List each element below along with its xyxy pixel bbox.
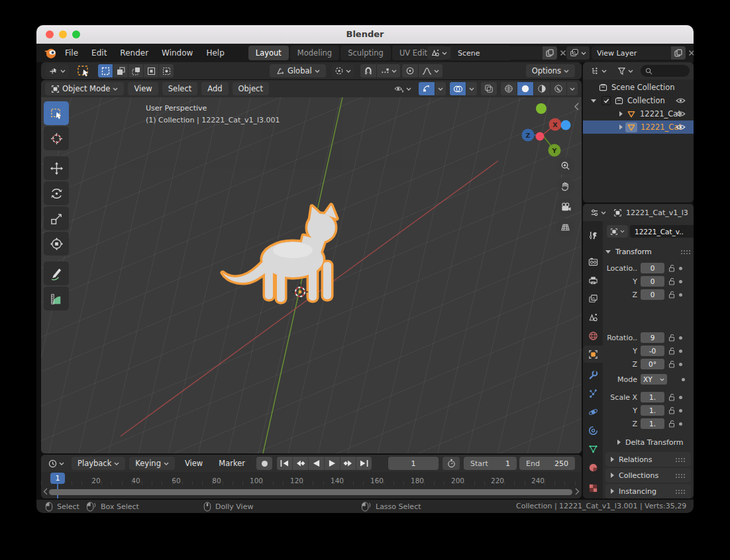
options-dropdown[interactable]: Options bbox=[526, 64, 575, 77]
active-tool-selector[interactable] bbox=[45, 64, 69, 77]
shading-rendered[interactable] bbox=[550, 82, 566, 95]
panel-drag-grip[interactable] bbox=[675, 473, 686, 478]
shading-material[interactable] bbox=[534, 82, 550, 95]
object-visibility-dropdown[interactable] bbox=[391, 82, 415, 95]
tab-physics[interactable] bbox=[583, 403, 603, 420]
tab-texture[interactable] bbox=[583, 479, 603, 496]
tab-layout[interactable]: Layout bbox=[248, 46, 289, 60]
rotation-z-field[interactable]: 0° bbox=[641, 359, 664, 369]
tab-constraints[interactable] bbox=[583, 422, 603, 439]
overlays-dropdown[interactable] bbox=[466, 82, 477, 95]
shading-solid[interactable] bbox=[517, 82, 533, 95]
disclosure-triangle-icon[interactable] bbox=[591, 99, 596, 103]
select-mode-subtract[interactable] bbox=[129, 64, 143, 77]
select-mode-intersect[interactable] bbox=[159, 64, 174, 77]
animate-dot[interactable] bbox=[679, 336, 682, 340]
previous-keyframe-button[interactable] bbox=[293, 457, 308, 470]
play-button[interactable] bbox=[325, 457, 340, 470]
outliner-row-cat-1[interactable]: 12221_Cat bbox=[583, 107, 694, 120]
rotation-mode-dropdown[interactable]: XY bbox=[641, 374, 667, 385]
transform-panel-header[interactable]: Transform bbox=[605, 245, 691, 258]
tab-render[interactable] bbox=[583, 253, 603, 270]
outliner-search-input[interactable] bbox=[641, 65, 690, 77]
tool-scale[interactable] bbox=[44, 207, 69, 230]
disclosure-triangle-icon[interactable] bbox=[619, 111, 623, 117]
gizmo-axis-y-neg[interactable] bbox=[536, 103, 547, 114]
animate-dot[interactable] bbox=[682, 378, 685, 381]
padlock-open-icon[interactable] bbox=[668, 334, 676, 342]
rotation-y-field[interactable]: -0 bbox=[641, 346, 664, 356]
padlock-open-icon[interactable] bbox=[668, 347, 676, 355]
animate-dot[interactable] bbox=[679, 280, 682, 283]
viewport-menu-view[interactable]: View bbox=[128, 82, 158, 95]
cat-model[interactable] bbox=[219, 201, 351, 310]
scale-y-field[interactable]: 1. bbox=[641, 405, 664, 416]
next-keyframe-button[interactable] bbox=[340, 457, 356, 470]
remove-view-layer-button close-icon[interactable] bbox=[688, 49, 694, 57]
shading-dropdown[interactable] bbox=[567, 82, 578, 95]
padlock-open-icon[interactable] bbox=[668, 291, 676, 299]
transform-orientation-dropdown[interactable]: Global bbox=[270, 64, 326, 77]
panel-drag-grip[interactable] bbox=[675, 489, 686, 494]
pivot-point-dropdown[interactable] bbox=[331, 64, 354, 77]
view-layer-name-field[interactable]: View Layer bbox=[592, 46, 686, 60]
scroll-left-chevron[interactable] bbox=[43, 488, 48, 495]
snap-settings-dropdown[interactable] bbox=[377, 64, 400, 77]
animate-dot[interactable] bbox=[679, 293, 682, 297]
location-z-field[interactable]: 0 bbox=[641, 289, 664, 300]
tab-output[interactable] bbox=[583, 271, 603, 289]
orthographic-toggle-button[interactable] bbox=[556, 218, 574, 236]
eye-icon[interactable] bbox=[676, 124, 686, 130]
tool-select-box[interactable] bbox=[44, 101, 69, 125]
select-mode-extend[interactable] bbox=[113, 64, 128, 77]
animate-dot[interactable] bbox=[679, 267, 682, 270]
timeline-menu-view[interactable]: View bbox=[179, 457, 209, 470]
menu-window[interactable]: Window bbox=[155, 48, 199, 58]
select-mode-invert[interactable] bbox=[144, 64, 158, 77]
blender-logo-icon[interactable] bbox=[42, 45, 58, 61]
zoom-button[interactable] bbox=[556, 157, 574, 175]
outliner-row-scene-collection[interactable]: Scene Collection bbox=[583, 81, 694, 94]
collection-checkbox[interactable] bbox=[601, 96, 611, 105]
animate-dot[interactable] bbox=[679, 350, 682, 353]
eye-icon[interactable] bbox=[676, 97, 686, 104]
frame-start-field[interactable]: Start 1 bbox=[464, 457, 517, 470]
tab-modifiers[interactable] bbox=[583, 366, 603, 383]
timeline-menu-playback[interactable]: Playback bbox=[72, 457, 125, 470]
tab-tool[interactable] bbox=[583, 226, 603, 244]
timeline-editor-type-dropdown[interactable] bbox=[45, 457, 68, 470]
gizmo-axis-x-neg[interactable] bbox=[561, 120, 571, 130]
show-gizmo-toggle[interactable] bbox=[419, 82, 435, 95]
padlock-open-icon[interactable] bbox=[668, 277, 676, 285]
current-frame-field[interactable]: 1 bbox=[388, 457, 439, 470]
tool-annotate[interactable] bbox=[44, 261, 69, 285]
shading-wireframe[interactable] bbox=[501, 82, 517, 95]
tab-world[interactable] bbox=[583, 327, 603, 344]
show-overlays-toggle[interactable] bbox=[450, 82, 466, 95]
region-collapse-chevron[interactable] bbox=[574, 103, 579, 111]
padlock-open-icon[interactable] bbox=[668, 406, 676, 414]
panel-relations[interactable]: Relations bbox=[605, 452, 691, 467]
padlock-open-icon[interactable] bbox=[668, 264, 676, 272]
delta-transform-panel[interactable]: Delta Transform bbox=[617, 436, 684, 448]
scroll-right-chevron[interactable] bbox=[575, 488, 580, 495]
panel-drag-grip[interactable] bbox=[675, 457, 686, 462]
panel-instancing[interactable]: Instancing bbox=[605, 484, 691, 498]
object-name-field[interactable]: 12221_Cat_v.. bbox=[630, 225, 694, 238]
tab-view-layer[interactable] bbox=[583, 290, 603, 307]
scale-z-field[interactable]: 1. bbox=[641, 418, 664, 429]
animate-dot[interactable] bbox=[679, 396, 682, 399]
tab-scene[interactable] bbox=[583, 308, 603, 326]
play-reverse-button[interactable] bbox=[309, 457, 324, 470]
tool-move[interactable] bbox=[44, 156, 69, 180]
jump-to-start-button[interactable] bbox=[277, 457, 292, 470]
jump-to-end-button[interactable] bbox=[356, 457, 372, 470]
outliner-editor-type-dropdown[interactable] bbox=[587, 64, 610, 77]
animate-dot[interactable] bbox=[679, 409, 682, 412]
padlock-open-icon[interactable] bbox=[668, 420, 676, 428]
menu-help[interactable]: Help bbox=[199, 48, 231, 58]
animate-dot[interactable] bbox=[679, 363, 682, 366]
tool-transform[interactable] bbox=[44, 232, 69, 256]
current-frame-badge[interactable]: 1 bbox=[50, 473, 65, 484]
animate-dot[interactable] bbox=[679, 422, 682, 426]
